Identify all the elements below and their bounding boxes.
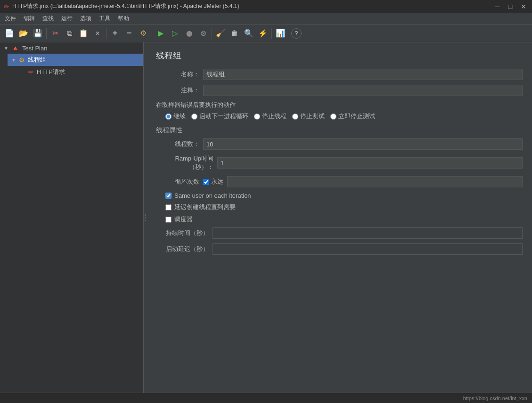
scheduler-row: 调度器 <box>156 215 523 224</box>
panel-title: 线程组 <box>156 50 523 61</box>
radio-continue[interactable]: 继续 <box>165 112 186 121</box>
new-button[interactable]: 📄 <box>3 27 16 40</box>
paste-button[interactable]: 📋 <box>77 27 90 40</box>
httprequest-icon: ✏ <box>28 68 34 76</box>
help-button[interactable]: ? <box>291 28 302 39</box>
menu-run[interactable]: 运行 <box>58 14 75 24</box>
toolbar-sep-4 <box>212 28 212 39</box>
testplan-icon: 🔺 <box>11 44 19 52</box>
radio-stop-thread-input[interactable] <box>254 113 260 120</box>
radio-next-loop[interactable]: 启动下一进程循环 <box>191 112 248 121</box>
same-user-row: Same user on each iteration <box>156 192 523 199</box>
remove-button[interactable]: − <box>123 27 136 40</box>
same-user-checkbox[interactable] <box>165 193 172 199</box>
search-icon-btn[interactable]: 🔍 <box>242 27 255 40</box>
drag-dot-3 <box>145 220 146 221</box>
error-action-radio-group: 继续 启动下一进程循环 停止线程 停止测试 立即停止测试 <box>156 112 523 121</box>
rampup-label: Ramp-Up时间（秒）： <box>156 154 217 171</box>
radio-stop-thread[interactable]: 停止线程 <box>254 112 286 121</box>
title-bar-controls: ─ □ ✕ <box>492 2 528 11</box>
add-button[interactable]: + <box>108 27 122 40</box>
thread-count-input[interactable] <box>203 138 523 150</box>
menu-options[interactable]: 选项 <box>77 14 94 24</box>
duration-input[interactable] <box>213 227 523 239</box>
run-no-pause-button[interactable]: ▷ <box>168 27 181 40</box>
loop-count-input[interactable] <box>227 176 523 187</box>
same-user-label: Same user on each iteration <box>174 192 251 199</box>
maximize-button[interactable]: □ <box>506 2 515 11</box>
thread-count-row: 线程数： <box>156 138 523 150</box>
delay-create-row: 延迟创建线程直到需要 <box>156 203 523 211</box>
template-button[interactable]: 📊 <box>274 27 287 40</box>
comment-row: 注释： <box>156 85 523 96</box>
close-button[interactable]: ✕ <box>519 2 528 11</box>
error-action-heading: 在取样器错误后要执行的动作 <box>156 101 523 109</box>
forever-label-text: 永远 <box>211 177 223 186</box>
delay-create-label: 延迟创建线程直到需要 <box>174 203 236 211</box>
radio-stop-now[interactable]: 立即停止测试 <box>330 112 375 121</box>
stop-button[interactable]: ⬤ <box>182 27 196 40</box>
clear-button[interactable]: 🧹 <box>214 27 227 40</box>
clear-all-button[interactable]: 🗑 <box>228 27 241 40</box>
radio-stop-thread-label: 停止线程 <box>262 112 286 121</box>
radio-stop-now-label: 立即停止测试 <box>338 112 375 121</box>
sidebar-item-threadgroup[interactable]: ▼ ⚙ 线程组 <box>8 54 143 66</box>
radio-next-loop-input[interactable] <box>191 113 197 120</box>
startup-delay-row: 启动延迟（秒） <box>156 243 523 255</box>
radio-continue-input[interactable] <box>165 113 172 120</box>
loop-row: 循环次数 永远 <box>156 176 523 187</box>
browse-button[interactable]: ⚙ <box>137 27 150 40</box>
menu-search[interactable]: 查找 <box>40 14 57 24</box>
shutdown-button[interactable]: ⊗ <box>196 27 210 40</box>
sidebar-item-httprequest[interactable]: ✏ HTTP请求 <box>17 66 143 78</box>
rampup-row: Ramp-Up时间（秒）： <box>156 154 523 171</box>
rampup-input[interactable] <box>217 157 523 169</box>
main-area: ▼ 🔺 Test Plan ▼ ⚙ 线程组 ✏ HTTP请求 <box>0 42 532 393</box>
radio-stop-now-input[interactable] <box>330 113 336 120</box>
radio-stop-test[interactable]: 停止测试 <box>292 112 325 121</box>
testplan-label: Test Plan <box>22 45 47 52</box>
httprequest-label: HTTP请求 <box>37 68 65 76</box>
run-button[interactable]: ▶ <box>154 27 167 40</box>
forever-checkbox[interactable] <box>203 179 209 185</box>
expand-icon-2: ▼ <box>11 57 17 63</box>
save-button[interactable]: 💾 <box>31 27 44 40</box>
window-title: HTTP请求.jmx (E:\alibaba\apache-jmeter-5.4… <box>12 2 239 10</box>
comment-label: 注释： <box>156 86 203 95</box>
duration-label: 持续时间（秒） <box>156 229 213 237</box>
drag-dot-2 <box>145 217 146 218</box>
cut-button[interactable]: ✂ <box>49 27 62 40</box>
open-button[interactable]: 📂 <box>17 27 30 40</box>
radio-next-loop-label: 启动下一进程循环 <box>199 112 248 121</box>
toolbar-sep-1 <box>46 28 47 39</box>
delay-create-checkbox[interactable] <box>165 204 172 210</box>
forever-label[interactable]: 永远 <box>203 177 223 186</box>
remote-run-button[interactable]: ⚡ <box>256 27 270 40</box>
expand-icon: ▼ <box>4 46 9 51</box>
delete-button[interactable]: ✕ <box>91 27 104 40</box>
menu-file[interactable]: 文件 <box>2 14 19 24</box>
menu-edit[interactable]: 编辑 <box>21 14 38 24</box>
sidebar: ▼ 🔺 Test Plan ▼ ⚙ 线程组 ✏ HTTP请求 <box>0 42 144 393</box>
menu-bar: 文件 编辑 查找 运行 选项 工具 帮助 <box>0 13 532 24</box>
copy-button[interactable]: ⧉ <box>63 27 76 40</box>
radio-continue-label: 继续 <box>173 112 186 121</box>
sidebar-httprequest-container: ✏ HTTP请求 <box>8 66 143 78</box>
scheduler-checkbox[interactable] <box>165 217 172 223</box>
startup-delay-input[interactable] <box>213 243 523 255</box>
thread-count-label: 线程数： <box>156 140 203 148</box>
toolbar-sep-6 <box>289 28 289 39</box>
comment-input[interactable] <box>203 85 523 96</box>
radio-stop-test-input[interactable] <box>292 113 298 120</box>
scheduler-label: 调度器 <box>174 215 193 224</box>
menu-tools[interactable]: 工具 <box>96 14 113 24</box>
minimize-button[interactable]: ─ <box>492 2 502 11</box>
app-icon: ✏ <box>4 3 9 10</box>
status-url: https://blog.csdn.net/int_xxn <box>463 395 527 401</box>
menu-help[interactable]: 帮助 <box>115 14 132 24</box>
threadgroup-label: 线程组 <box>28 56 46 64</box>
title-bar-left: ✏ HTTP请求.jmx (E:\alibaba\apache-jmeter-5… <box>4 2 239 10</box>
name-input[interactable] <box>203 69 523 80</box>
sidebar-item-testplan[interactable]: ▼ 🔺 Test Plan <box>0 42 143 54</box>
thread-props-heading: 线程属性 <box>156 126 523 135</box>
